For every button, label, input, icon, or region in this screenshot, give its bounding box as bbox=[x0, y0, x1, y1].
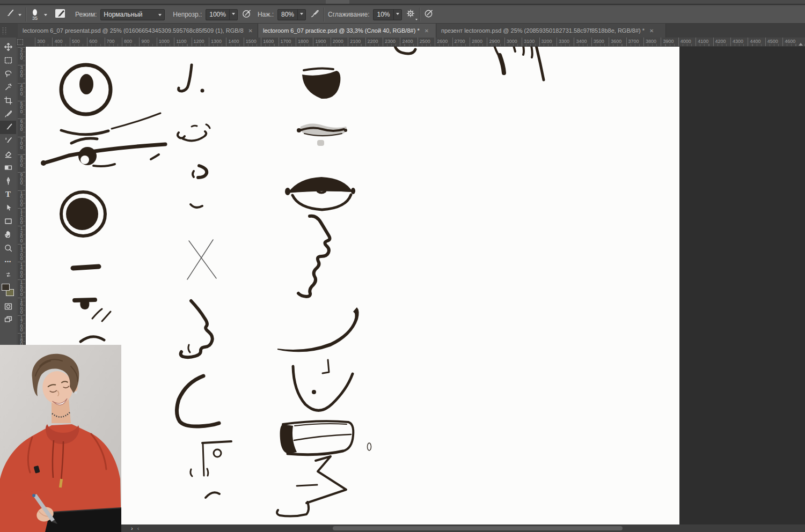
ruler-origin-box[interactable] bbox=[15, 38, 26, 47]
ruler-tick-label: 1200 bbox=[192, 38, 204, 47]
ruler-tick-label: 2800 bbox=[470, 38, 482, 47]
document-tab[interactable]: презент lectoroom.psd @ 25% (20859350182… bbox=[436, 24, 666, 38]
color-swatches[interactable] bbox=[0, 282, 16, 300]
ruler-tick-label: 1400 bbox=[226, 38, 239, 47]
ruler-tick-label: 3100 bbox=[522, 38, 535, 47]
chevron-down-icon[interactable] bbox=[393, 10, 401, 20]
tab-close-icon[interactable]: ✕ bbox=[248, 28, 253, 34]
panel-grip[interactable] bbox=[0, 24, 18, 38]
mixer-brush-tool[interactable] bbox=[0, 134, 16, 147]
pressure-select[interactable]: 80% bbox=[277, 9, 306, 20]
ruler-tick-label: 1600 bbox=[261, 38, 274, 47]
smoothing-select[interactable]: 10% bbox=[373, 9, 401, 20]
document-tab[interactable]: lectoroom 6_07 presentat.psd @ 25% (0160… bbox=[18, 24, 258, 38]
ruler-tick-label: 300 bbox=[35, 38, 45, 47]
horizontal-scrollbar[interactable]: › ‹ bbox=[121, 524, 805, 532]
document-tab[interactable]: lectoroom 6_07 practice.psd @ 33,3% (Сло… bbox=[258, 24, 436, 38]
ruler-tick-label: 800 bbox=[122, 38, 132, 47]
ruler-tick-label: 900 bbox=[139, 38, 149, 47]
tab-title: lectoroom 6_07 practice.psd @ 33,3% (Сло… bbox=[263, 27, 420, 34]
screen-mode[interactable] bbox=[0, 313, 16, 327]
more-tools[interactable]: ••• bbox=[0, 255, 16, 268]
brush-tool[interactable] bbox=[0, 121, 16, 134]
path-select-tool[interactable] bbox=[0, 201, 16, 215]
ruler-tick-label: 2400 bbox=[400, 38, 413, 47]
magic-wand-tool[interactable] bbox=[0, 80, 16, 94]
marquee-tool[interactable] bbox=[0, 54, 16, 67]
ruler-tick-label: 1800 bbox=[296, 38, 309, 47]
separator bbox=[25, 8, 26, 21]
ruler-tick-label: 1100 bbox=[18, 208, 25, 225]
ruler-tick-label: 4300 bbox=[730, 38, 743, 47]
ruler-tick-label: 600 bbox=[18, 119, 25, 132]
chevron-down-icon[interactable] bbox=[18, 14, 21, 18]
ruler-tick-label: 2700 bbox=[452, 38, 465, 47]
opacity-pressure-icon[interactable] bbox=[241, 9, 252, 21]
ruler-tick-label: 900 bbox=[18, 172, 25, 186]
zoom-tool[interactable] bbox=[0, 241, 16, 255]
pressure-value[interactable]: 80% bbox=[278, 11, 297, 18]
quick-mask[interactable] bbox=[0, 300, 16, 313]
type-tool[interactable]: T bbox=[0, 188, 16, 201]
eraser-tool[interactable] bbox=[0, 147, 16, 161]
menu-highlight bbox=[326, 0, 349, 4]
tab-title: lectoroom 6_07 presentat.psd @ 25% (0160… bbox=[23, 27, 244, 34]
pasteboard bbox=[679, 47, 805, 524]
ruler-tick-label: 4200 bbox=[713, 38, 726, 47]
tab-close-icon[interactable]: ✕ bbox=[649, 28, 654, 34]
ruler-tick-label: 700 bbox=[18, 137, 25, 150]
chevron-down-icon[interactable] bbox=[44, 14, 47, 18]
brush-preset-preview-icon[interactable]: 35 bbox=[30, 9, 40, 20]
brush-size-value: 35 bbox=[32, 16, 38, 20]
ruler-tick-label: 300 bbox=[18, 65, 25, 78]
smoothing-value[interactable]: 10% bbox=[374, 11, 393, 18]
ruler-tick-label: 600 bbox=[87, 38, 97, 47]
ruler-tick-label: 1400 bbox=[18, 262, 25, 279]
ruler-tick-label: 4500 bbox=[765, 38, 778, 47]
chevron-down-icon[interactable] bbox=[297, 10, 305, 20]
foreground-color-swatch[interactable] bbox=[2, 284, 10, 291]
move-tool[interactable] bbox=[0, 40, 16, 54]
toggle-brush-panel-icon[interactable] bbox=[54, 8, 66, 21]
instructor-video bbox=[0, 345, 121, 532]
tab-title: презент lectoroom.psd @ 25% (20859350182… bbox=[441, 27, 645, 34]
ruler-tick-label: 1500 bbox=[18, 279, 25, 297]
gear-icon[interactable] bbox=[406, 9, 415, 20]
shape-tool[interactable] bbox=[0, 215, 16, 228]
ruler-tick-label: 3200 bbox=[539, 38, 552, 47]
ruler-tick-label: 800 bbox=[18, 154, 25, 168]
ruler-tick-label: 4100 bbox=[696, 38, 708, 47]
hand-tool[interactable] bbox=[0, 228, 16, 241]
gradient-tool[interactable] bbox=[0, 161, 16, 174]
scroll-left-chevron-icon[interactable]: ‹ bbox=[135, 524, 142, 532]
opacity-value[interactable]: 100% bbox=[206, 11, 229, 18]
ruler-tick-label: 4600 bbox=[782, 38, 795, 47]
document-tabs: lectoroom 6_07 presentat.psd @ 25% (0160… bbox=[18, 24, 666, 38]
airbrush-icon[interactable] bbox=[423, 9, 434, 21]
ruler-end-chevron-icon bbox=[799, 41, 803, 46]
brush-tool-icon[interactable] bbox=[4, 9, 14, 21]
ruler-tick-label: 2300 bbox=[383, 38, 396, 47]
ruler-tick-label: 1000 bbox=[157, 38, 170, 47]
ruler-tick-label: 4000 bbox=[678, 38, 691, 47]
scroll-right-chevron-icon[interactable]: › bbox=[129, 524, 135, 532]
ruler-tick-label: 400 bbox=[18, 83, 25, 97]
ruler-tick-label: 2000 bbox=[331, 38, 343, 47]
separator bbox=[324, 8, 324, 21]
tab-close-icon[interactable]: ✕ bbox=[425, 28, 429, 34]
mode-select[interactable]: Нормальный bbox=[100, 9, 165, 20]
ruler-tick-label: 400 bbox=[52, 38, 62, 47]
chevron-down-icon[interactable] bbox=[229, 10, 237, 20]
ruler-tick-label: 3600 bbox=[609, 38, 621, 47]
eyedropper-tool[interactable] bbox=[0, 107, 16, 121]
opacity-select[interactable]: 100% bbox=[206, 9, 238, 20]
size-pressure-icon[interactable] bbox=[310, 9, 320, 21]
ruler-tick-label: 3900 bbox=[661, 38, 674, 47]
crop-tool[interactable] bbox=[0, 94, 16, 107]
document-canvas[interactable] bbox=[26, 47, 679, 524]
pen-tool[interactable] bbox=[0, 174, 16, 188]
lasso-tool[interactable] bbox=[0, 67, 16, 80]
swap-colors[interactable] bbox=[0, 268, 16, 282]
horizontal-ruler[interactable]: 3004005006007008009001000110012001300140… bbox=[26, 38, 805, 47]
scrollbar-thumb[interactable] bbox=[333, 526, 623, 530]
